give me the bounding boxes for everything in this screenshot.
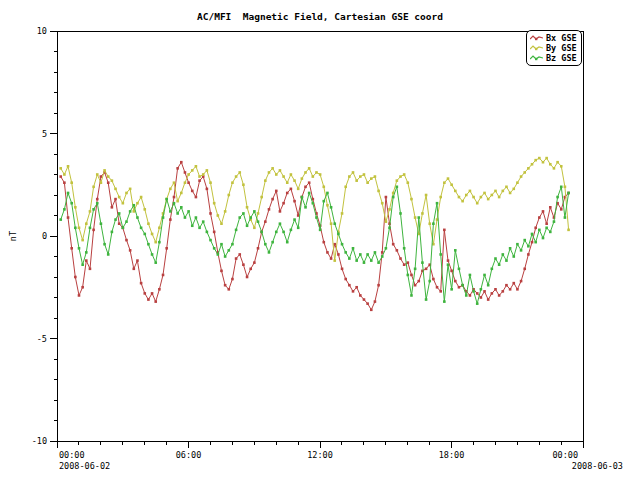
data-point-marker [213, 231, 216, 234]
data-point-marker [512, 188, 515, 191]
data-point-marker [538, 216, 541, 219]
data-point-marker [428, 222, 431, 225]
data-point-marker [428, 280, 431, 283]
data-point-marker [74, 276, 77, 279]
data-point-marker [81, 239, 84, 242]
data-point-marker [322, 241, 325, 244]
data-point-marker [304, 186, 307, 189]
data-point-marker [209, 212, 212, 215]
data-point-marker [282, 231, 285, 234]
data-point-marker [81, 286, 84, 289]
data-point-marker [220, 243, 223, 246]
data-point-marker [231, 181, 234, 184]
data-point-marker [67, 216, 70, 219]
data-point-marker [370, 259, 373, 262]
data-point-marker [143, 208, 146, 211]
data-point-marker [125, 220, 128, 223]
data-point-marker [472, 290, 475, 293]
data-point-marker [195, 196, 198, 199]
data-point-marker [352, 247, 355, 250]
data-point-marker [140, 282, 143, 285]
data-point-marker [322, 200, 325, 203]
data-point-marker [399, 212, 402, 215]
data-point-marker [151, 253, 154, 256]
data-point-marker [494, 190, 497, 193]
data-point-marker [333, 222, 336, 225]
data-point-marker [480, 196, 483, 199]
data-point-marker [531, 233, 534, 236]
data-point-marker [505, 284, 508, 287]
data-point-marker [235, 229, 238, 232]
data-point-marker [469, 274, 472, 277]
data-point-marker [293, 200, 296, 203]
data-point-marker [564, 186, 567, 189]
data-point-marker [355, 286, 358, 289]
data-point-marker [458, 286, 461, 289]
data-point-marker [545, 157, 548, 160]
data-point-marker [147, 298, 150, 301]
data-point-marker [89, 227, 92, 230]
data-point-marker [567, 192, 570, 195]
data-point-marker [553, 220, 556, 223]
data-point-marker [173, 202, 176, 205]
data-point-marker [538, 157, 541, 160]
data-point-marker [275, 231, 278, 234]
data-point-marker [125, 192, 128, 195]
data-point-marker [516, 243, 519, 246]
data-point-marker [206, 188, 209, 191]
data-point-marker [414, 268, 417, 271]
data-point-marker [63, 173, 66, 176]
data-point-marker [111, 206, 114, 209]
series-line-bx-gse [61, 162, 569, 310]
data-point-marker [505, 259, 508, 262]
data-point-marker [348, 175, 351, 178]
data-point-marker [312, 175, 315, 178]
data-point-marker [180, 192, 183, 195]
x-date-label: 2008-06-02 [59, 461, 110, 471]
data-point-marker [304, 171, 307, 174]
data-point-marker [114, 188, 117, 191]
data-point-marker [169, 218, 172, 221]
data-point-marker [520, 175, 523, 178]
data-point-marker [253, 210, 256, 213]
data-point-marker [355, 179, 358, 182]
data-point-marker [374, 175, 377, 178]
data-point-marker [67, 192, 70, 195]
data-point-marker [509, 247, 512, 250]
data-point-marker [505, 186, 508, 189]
data-point-marker [480, 296, 483, 299]
data-point-marker [209, 181, 212, 184]
legend-entry-by: By GSE [530, 43, 577, 53]
y-tick-label: 10 [37, 26, 47, 36]
data-point-marker [370, 309, 373, 312]
data-point-marker [560, 208, 563, 211]
x-tick-label: 00:00 [59, 450, 85, 460]
data-point-marker [341, 212, 344, 215]
data-point-marker [330, 257, 333, 260]
data-point-marker [136, 259, 139, 262]
data-point-marker [443, 229, 446, 232]
data-point-marker [111, 179, 114, 182]
data-point-marker [527, 167, 530, 170]
data-point-marker [308, 192, 311, 195]
data-point-marker [59, 167, 62, 170]
data-point-marker [209, 239, 212, 242]
data-point-marker [293, 218, 296, 221]
data-point-marker [173, 181, 176, 184]
data-point-marker [465, 294, 468, 297]
data-point-marker [469, 294, 472, 297]
data-point-marker [282, 175, 285, 178]
data-point-marker [337, 253, 340, 256]
data-point-marker [549, 163, 552, 166]
data-point-marker [176, 200, 179, 203]
data-point-marker [461, 200, 464, 203]
data-point-marker [308, 181, 311, 184]
data-point-marker [165, 198, 168, 201]
data-point-marker [224, 210, 227, 213]
data-point-marker [246, 224, 249, 227]
data-point-marker [531, 163, 534, 166]
data-point-marker [220, 270, 223, 273]
data-point-marker [103, 169, 106, 172]
data-point-marker [227, 194, 230, 197]
data-point-marker [227, 249, 230, 252]
